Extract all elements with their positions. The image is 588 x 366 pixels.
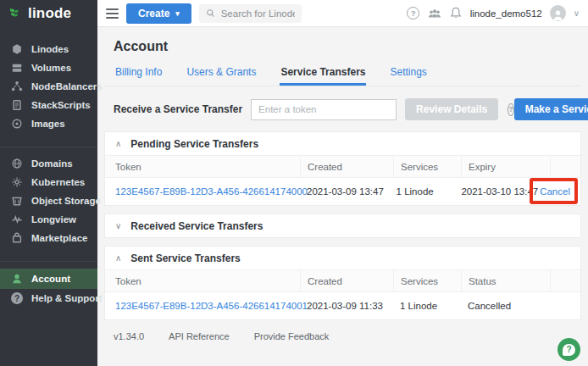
pending-transfers-panel: ∧ Pending Service Transfers Token Create… — [104, 131, 581, 206]
account-tabs: Billing Info Users & Grants Service Tran… — [104, 63, 581, 86]
sent-services: 1 Linode — [393, 301, 461, 311]
images-icon — [11, 118, 23, 130]
collapse-chevron-up-icon: ∧ — [115, 254, 121, 263]
sidebar-item-volumes[interactable]: Volumes — [0, 58, 97, 77]
received-transfers-panel: ∨ Received Service Transfers — [104, 214, 581, 238]
col-status: Status — [461, 270, 550, 291]
tab-service-transfers[interactable]: Service Transfers — [280, 63, 366, 86]
create-button[interactable]: Create ▾ — [126, 3, 191, 24]
receive-help-icon[interactable]: ? — [508, 103, 514, 116]
sent-table-header: Token Created Services Status — [105, 269, 580, 292]
search-icon — [206, 8, 215, 19]
object-storage-icon — [11, 195, 23, 207]
community-people-icon — [428, 8, 441, 19]
sent-status: Cancelled — [461, 301, 550, 311]
sidebar-item-help-support[interactable]: ? Help & Support — [0, 289, 97, 308]
nodebalancers-icon — [11, 80, 23, 92]
nav-group-account: Account ? Help & Support — [0, 261, 97, 314]
sidebar-item-account[interactable]: Account — [0, 269, 97, 289]
stackscripts-icon — [11, 99, 23, 111]
top-bar: Create ▾ ? — [97, 0, 588, 27]
receive-transfer-row: Receive a Service Transfer Review Detail… — [114, 98, 581, 120]
pending-transfer-row: 123E4567-E89B-12D3-A456-426614174000 202… — [105, 178, 580, 205]
search-input[interactable] — [221, 8, 296, 19]
kubernetes-icon — [11, 176, 23, 188]
review-details-button[interactable]: Review Details — [405, 98, 498, 120]
pending-expiry: 2021-03-10 13:47 — [454, 186, 540, 197]
collapse-chevron-up-icon: ∧ — [115, 140, 121, 148]
username[interactable]: linode_demo512 — [470, 8, 542, 19]
help-bubble-icon: ? — [563, 344, 575, 356]
sidebar-item-kubernetes[interactable]: Kubernetes — [0, 173, 97, 191]
col-action — [550, 156, 580, 177]
tab-billing-info[interactable]: Billing Info — [114, 63, 163, 86]
marketplace-icon — [11, 232, 23, 244]
col-created: Created — [300, 270, 393, 291]
pending-services: 1 Linode — [390, 186, 455, 197]
col-services: Services — [393, 156, 461, 177]
col-token: Token — [105, 162, 300, 172]
linode-logo-icon — [8, 7, 22, 20]
sidebar-item-linodes[interactable]: Linodes — [0, 40, 97, 58]
help-fab-button[interactable]: ? — [557, 338, 580, 361]
user-avatar[interactable] — [550, 5, 566, 21]
sidebar-item-nodebalancers[interactable]: NodeBalancers — [0, 77, 97, 96]
user-menu-chevron-down-icon[interactable]: ∨ — [574, 9, 580, 18]
nav-group-compute: Linodes Volumes NodeBalancers StackScrip… — [0, 40, 97, 140]
notifications-bell-icon[interactable] — [449, 7, 463, 20]
page-footer: v1.34.0 API Reference Provide Feedback — [114, 331, 581, 341]
pending-created: 2021-03-09 13:47 — [300, 186, 390, 197]
col-services: Services — [393, 270, 461, 291]
header-help-icon[interactable]: ? — [407, 7, 420, 20]
tab-users-grants[interactable]: Users & Grants — [186, 63, 257, 86]
account-person-icon — [11, 273, 23, 285]
main-content: Account Billing Info Users & Grants Serv… — [97, 27, 588, 366]
token-input[interactable] — [251, 99, 397, 120]
collapse-chevron-down-icon: ∨ — [115, 222, 121, 230]
sent-transfers-panel: ∧ Sent Service Transfers Token Created S… — [104, 246, 581, 320]
hamburger-menu-icon[interactable] — [106, 8, 119, 19]
global-search[interactable] — [199, 4, 302, 23]
avatar-person-icon — [552, 8, 564, 21]
col-expiry: Expiry — [461, 156, 550, 177]
sidebar-item-images[interactable]: Images — [0, 114, 97, 133]
nav-group-services: Domains Kubernetes Object Storage Longvi… — [0, 147, 97, 254]
sent-panel-header[interactable]: ∧ Sent Service Transfers — [105, 247, 580, 269]
app-window: linode Linodes Volumes NodeBalancers — [0, 0, 588, 366]
receive-transfer-label: Receive a Service Transfer — [114, 103, 242, 115]
domains-icon — [11, 158, 23, 169]
bell-icon — [450, 7, 462, 19]
sent-transfer-row: 123E4567-E89B-12D3-A456-426614174001 202… — [105, 292, 580, 319]
tab-settings[interactable]: Settings — [389, 63, 427, 86]
received-panel-header[interactable]: ∨ Received Service Transfers — [105, 214, 580, 237]
sidebar-item-domains[interactable]: Domains — [0, 154, 97, 173]
create-chevron-down-icon: ▾ — [175, 9, 180, 18]
sent-token-link[interactable]: 123E4567-E89B-12D3-A456-426614174001 — [115, 301, 308, 311]
sidebar: linode Linodes Volumes NodeBalancers — [0, 0, 97, 366]
sidebar-item-stackscripts[interactable]: StackScripts — [0, 96, 97, 114]
col-created: Created — [300, 156, 393, 177]
api-reference-link[interactable]: API Reference — [169, 331, 230, 341]
version-link[interactable]: v1.34.0 — [114, 331, 144, 341]
make-service-transfer-button[interactable]: Make a Service Transfer — [514, 98, 588, 120]
volumes-icon — [11, 62, 23, 74]
linode-logo[interactable]: linode — [0, 0, 97, 27]
sidebar-nav: Linodes Volumes NodeBalancers StackScrip… — [0, 27, 97, 314]
sent-created: 2021-03-09 11:33 — [300, 301, 393, 311]
provide-feedback-link[interactable]: Provide Feedback — [254, 331, 330, 341]
sidebar-item-longview[interactable]: Longview — [0, 210, 97, 229]
sidebar-item-marketplace[interactable]: Marketplace — [0, 229, 97, 247]
cancel-transfer-link[interactable]: Cancel — [540, 186, 570, 197]
pending-token-link[interactable]: 123E4567-E89B-12D3-A456-426614174000 — [115, 186, 308, 197]
pending-table-header: Token Created Services Expiry — [105, 155, 580, 178]
logo-text: linode — [28, 5, 71, 22]
help-support-icon: ? — [11, 292, 23, 304]
community-icon[interactable] — [428, 7, 441, 20]
longview-icon — [11, 214, 23, 225]
page-title: Account — [114, 39, 581, 54]
sidebar-item-object-storage[interactable]: Object Storage — [0, 191, 97, 210]
col-token: Token — [105, 276, 300, 286]
pending-panel-header[interactable]: ∧ Pending Service Transfers — [105, 132, 580, 155]
linodes-icon — [11, 43, 23, 55]
